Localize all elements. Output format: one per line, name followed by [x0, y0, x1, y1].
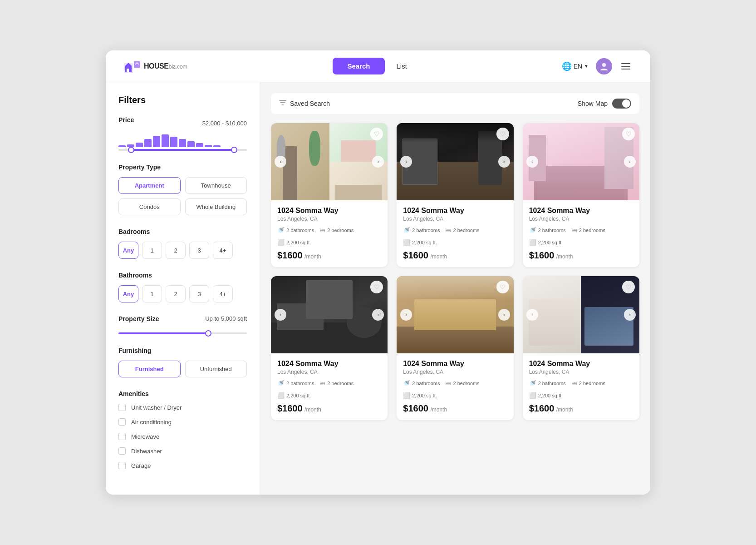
amenity-air-conditioning[interactable]: Air conditioning [118, 418, 247, 426]
area-icon-2: ⬜ [529, 239, 536, 246]
prop-type-apartment[interactable]: Apartment [118, 177, 181, 194]
price-histogram [118, 133, 247, 147]
card-sqft-3: ⬜ 2,200 sq.ft. [277, 392, 311, 399]
amenity-checkbox-dishwasher[interactable] [118, 447, 126, 455]
bathrooms-3[interactable]: 3 [189, 285, 209, 302]
hamburger-menu-button[interactable] [619, 61, 632, 71]
amenity-garage[interactable]: Garage [118, 462, 247, 469]
card-image-1: ♡ ‹ › [397, 123, 513, 200]
favorite-button-5[interactable]: ♡ [622, 281, 635, 293]
price-histogram-bar [162, 134, 169, 147]
prop-type-townhouse[interactable]: Townhouse [185, 177, 247, 194]
show-map-container: Show Map [578, 99, 631, 109]
price-slider-fill [131, 149, 234, 151]
card-nav-left-0[interactable]: ‹ [275, 156, 286, 168]
amenity-checkbox-microwave[interactable] [118, 433, 126, 440]
bedrooms-any[interactable]: Any [118, 242, 138, 259]
bed-icon-5: 🛏 [571, 380, 577, 386]
prop-type-condos[interactable]: Condos [118, 198, 181, 215]
price-slider-track[interactable] [118, 149, 247, 151]
card-nav-left-3[interactable]: ‹ [275, 309, 286, 321]
property-size-value: Up to 5,000 sqft [205, 315, 247, 329]
amenity-checkbox-washer[interactable] [118, 404, 126, 411]
bathrooms-1[interactable]: 1 [142, 285, 162, 302]
bedrooms-label: Badrooms [118, 228, 247, 235]
bedrooms-3[interactable]: 3 [189, 242, 209, 259]
furnish-furnished[interactable]: Furnished [118, 361, 181, 377]
amenities-filter: Amenities Unit washer / Dryer Air condit… [118, 390, 247, 469]
card-nav-right-3[interactable]: › [372, 309, 384, 321]
card-body-4: 1024 Somma Way Los Angeles, CA 🚿 2 bathr… [397, 353, 513, 420]
furnishing-filter: Furnishing Furnished Unfurnished [118, 347, 247, 377]
price-histogram-bar [144, 139, 152, 147]
bathrooms-4plus[interactable]: 4+ [213, 285, 233, 302]
size-slider-thumb[interactable] [205, 330, 211, 337]
card-nav-right-0[interactable]: › [372, 156, 384, 168]
area-icon-5: ⬜ [529, 392, 536, 399]
card-nav-right-5[interactable]: › [624, 309, 636, 321]
card-nav-left-2[interactable]: ‹ [526, 156, 538, 168]
card-nav-left-1[interactable]: ‹ [400, 156, 412, 168]
furnish-unfurnished[interactable]: Unfurnished [185, 361, 247, 377]
bed-icon-2: 🛏 [571, 227, 577, 233]
card-sqft-0: ⬜ 2,200 sq.ft. [277, 239, 311, 246]
price-histogram-bar [205, 145, 212, 147]
card-body-0: 1024 Somma Way Los Angeles, CA 🚿 2 bathr… [271, 200, 388, 267]
area-icon-4: ⬜ [403, 392, 410, 399]
property-card-1: ♡ ‹ › 1024 Somma Way Los Angeles, CA 🚿 2… [397, 123, 513, 267]
card-sqft-4: ⬜ 2,200 sq.ft. [403, 392, 437, 399]
logo: HOUSEbiz.com [124, 59, 187, 73]
card-price-4: $1600 /month [403, 403, 507, 414]
search-nav-button[interactable]: Search [333, 58, 384, 74]
bath-icon-3: 🚿 [277, 380, 285, 386]
list-nav-button[interactable]: List [388, 58, 416, 74]
bedrooms-1[interactable]: 1 [142, 242, 162, 259]
saved-search-button[interactable]: Saved Search [279, 99, 330, 108]
card-nav-left-4[interactable]: ‹ [400, 309, 412, 321]
card-nav-right-4[interactable]: › [498, 309, 510, 321]
bathrooms-any[interactable]: Any [118, 285, 138, 302]
favorite-button-2[interactable]: ♡ [622, 128, 635, 140]
property-type-label: Property Type [118, 164, 247, 171]
prop-type-whole-building[interactable]: Whole Building [185, 198, 247, 215]
card-sqft-2: ⬜ 2,200 sq.ft. [529, 239, 563, 246]
amenity-unit-washer[interactable]: Unit washer / Dryer [118, 404, 247, 411]
card-nav-right-2[interactable]: › [624, 156, 636, 168]
card-nav-right-1[interactable]: › [498, 156, 510, 168]
amenity-label-washer: Unit washer / Dryer [131, 404, 182, 411]
property-type-filter: Property Type Apartment Townhouse Condos… [118, 164, 247, 215]
amenity-checkbox-ac[interactable] [118, 418, 126, 426]
card-nav-left-5[interactable]: ‹ [526, 309, 538, 321]
price-histogram-bar [187, 141, 195, 147]
language-button[interactable]: 🌐 EN ▼ [562, 61, 589, 71]
price-slider-left-thumb[interactable] [128, 147, 134, 153]
amenity-checkbox-garage[interactable] [118, 462, 126, 469]
avatar[interactable] [596, 58, 612, 74]
card-image-5: ♡ ‹ › [523, 276, 639, 353]
bath-icon-1: 🚿 [403, 227, 410, 233]
property-size-filter: Property Size Up to 5,000 sqft [118, 315, 247, 334]
card-title-4: 1024 Somma Way [403, 360, 507, 368]
globe-icon: 🌐 [562, 61, 572, 71]
amenities-label: Amenities [118, 390, 247, 397]
card-bedrooms-4: 🛏 2 bedrooms [445, 380, 479, 386]
card-location-2: Los Angeles, CA [529, 216, 633, 222]
card-sqft-1: ⬜ 2,200 sq.ft. [403, 239, 437, 246]
price-histogram-bar [153, 136, 160, 147]
favorite-button-4[interactable]: ♡ [496, 281, 509, 293]
amenity-label-ac: Air conditioning [131, 419, 172, 426]
show-map-toggle[interactable] [612, 99, 631, 109]
favorite-button-1[interactable]: ♡ [496, 128, 509, 140]
size-slider-track[interactable] [118, 332, 247, 334]
amenity-microwave[interactable]: Microwave [118, 433, 247, 440]
bedrooms-2[interactable]: 2 [166, 242, 186, 259]
bed-icon-0: 🛏 [319, 227, 325, 233]
card-price-5: $1600 /month [529, 403, 633, 414]
amenity-dishwasher[interactable]: Dishwasher [118, 447, 247, 455]
price-histogram-bar [136, 143, 143, 147]
card-bathrooms-5: 🚿 2 bathrooms [529, 380, 566, 386]
bedrooms-4plus[interactable]: 4+ [213, 242, 233, 259]
bathrooms-2[interactable]: 2 [166, 285, 186, 302]
property-card-0: ♡ ‹ › 1024 Somma Way Los Angeles, CA 🚿 2… [271, 123, 388, 267]
price-slider-right-thumb[interactable] [231, 147, 237, 153]
